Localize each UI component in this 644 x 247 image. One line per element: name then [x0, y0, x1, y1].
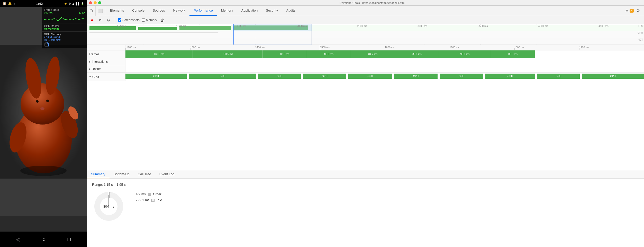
gpu-row: ▼ GPU GPU GPU GPU GPU GPU GPU GPU GPU GP… [87, 73, 644, 81]
other-label: Other [153, 192, 161, 196]
bottom-content: Range: 1.15 s – 1.95 s 804 ms [87, 179, 644, 247]
timeline-overview-svg [87, 24, 644, 45]
tick-1700ms: 1700 ms [450, 46, 459, 49]
frame-block-3: 82.0 ms [263, 50, 307, 58]
record-button[interactable]: ● [89, 17, 95, 23]
tab-security[interactable]: Security [262, 6, 282, 16]
fps-label: FPS [638, 25, 643, 28]
frames-label-text: Frames [89, 52, 99, 56]
warning-badge: 4 [630, 9, 634, 13]
gpu-memory-row: GPU Memory 27.4 MB used 192.0 MB max [42, 32, 87, 49]
svg-point-2 [21, 83, 64, 125]
interactions-row: ▶ Interactions [87, 58, 644, 65]
devtools-menubar: ⬡ ⬜ Elements Console Sources Network Per… [87, 6, 644, 16]
cpu-label: CPU [638, 31, 643, 34]
svg-point-11 [20, 166, 67, 176]
svg-rect-30 [87, 31, 644, 38]
gpu-block-6: GPU [394, 74, 438, 79]
frames-content: 130.0 ms 133.5 ms 82.0 ms 83.9 ms 84.2 m… [125, 50, 644, 58]
overlay-panel: Frame Rate 9.6 fps 6-12 GPU Raster off (… [42, 7, 87, 49]
recent-button[interactable]: □ [68, 236, 71, 242]
gpu-raster-row: GPU Raster off (viewport) [42, 23, 87, 32]
tab-elements[interactable]: Elements [106, 6, 128, 16]
close-button[interactable] [89, 1, 92, 4]
bluetooth-icon: ⚡ [64, 2, 67, 5]
tab-memory[interactable]: Memory [217, 6, 237, 16]
gpu-raster-value: off (viewport) [44, 28, 85, 30]
raster-row: ▶ Raster [87, 65, 644, 73]
svg-point-10 [40, 107, 44, 110]
maximize-button[interactable] [98, 1, 101, 4]
tab-network[interactable]: Network [169, 6, 190, 16]
tab-application[interactable]: Application [237, 6, 262, 16]
tab-summary[interactable]: Summary [87, 170, 110, 178]
signal-icon: ▌▌ [76, 2, 80, 5]
svg-rect-27 [179, 26, 231, 30]
gpu-memory-donut [44, 42, 51, 47]
tab-performance[interactable]: Performance [189, 6, 217, 16]
wifi-icon: ▲ [72, 2, 75, 5]
timeline-overview[interactable]: 500 ms 1000 ms 1500 ms 2000 ms 2500 ms 3… [87, 24, 644, 45]
performance-toolbar: ● ↺ ⊘ Screenshots Memory 🗑 [87, 16, 644, 24]
memory-checkbox-group[interactable]: Memory [142, 18, 157, 22]
idle-value: 799.1 ms [136, 198, 149, 202]
net-label: NET [638, 38, 643, 41]
alarm-icon: ⚙ [68, 2, 71, 5]
frame-block-1: 130.0 ms [125, 50, 193, 58]
android-statusbar: 📋 🔔 ⬦ 1:42 ⚡ ⚙ ▲ ▌▌ 🔋 [0, 0, 87, 7]
legend-idle: 799.1 ms Idle [136, 198, 162, 202]
tick-1600ms: 1600 ms [385, 46, 395, 49]
settings-button[interactable]: ⚙ [635, 8, 641, 13]
tab-sources[interactable]: Sources [149, 6, 169, 16]
frame-block-6: 83.8 ms [395, 50, 439, 58]
minimize-button[interactable] [94, 1, 97, 4]
gpu-block-2: GPU [189, 74, 256, 79]
frame-block-4: 83.9 ms [307, 50, 351, 58]
android-device: 📋 🔔 ⬦ 1:42 ⚡ ⚙ ▲ ▌▌ 🔋 [0, 0, 87, 247]
tab-event-log[interactable]: Event Log [155, 170, 179, 178]
warning-icon: ⚠ [625, 9, 629, 13]
clear-button[interactable]: ⊘ [105, 17, 112, 23]
interactions-content [125, 58, 644, 65]
tick-1400ms: 1400 ms [255, 46, 265, 49]
tab-bottom-up[interactable]: Bottom-Up [110, 170, 134, 178]
other-value: 4.9 ms [136, 192, 146, 196]
legend-items: 4.9 ms Other 799.1 ms Idle [136, 190, 162, 202]
gpu-block-10: GPU [582, 74, 644, 79]
idle-box [151, 199, 155, 202]
android-icon: ⬦ [13, 2, 15, 5]
statusbar-right-icons: ⚡ ⚙ ▲ ▌▌ 🔋 [64, 2, 84, 5]
interactions-arrow[interactable]: ▶ [89, 60, 91, 63]
legend-other: 4.9 ms Other [136, 192, 162, 196]
tick-1200ms: 1200 ms [125, 46, 136, 49]
summary-area: 804 ms 4.9 ms Other 799.1 ms Idle [92, 190, 639, 223]
tick-1800ms: 1800 ms [514, 46, 524, 49]
memory-checkbox[interactable] [142, 18, 145, 22]
gpu-block-1: GPU [125, 74, 187, 79]
interactions-label-text: Interactions [92, 60, 108, 64]
screenshots-checkbox[interactable] [118, 18, 121, 22]
tab-console[interactable]: Console [128, 6, 149, 16]
tab-call-tree[interactable]: Call Tree [134, 170, 155, 178]
raster-arrow[interactable]: ▶ [89, 68, 91, 70]
gpu-block-3: GPU [258, 74, 301, 79]
idle-label: Idle [157, 198, 162, 202]
gpu-arrow[interactable]: ▼ [89, 76, 91, 78]
raster-label: ▶ Raster [87, 65, 125, 72]
notification-icon-2: 🔔 [8, 2, 12, 5]
reload-button[interactable]: ↺ [97, 17, 103, 23]
statusbar-left-icons: 📋 🔔 ⬦ [3, 2, 15, 5]
home-button[interactable]: ○ [42, 236, 45, 242]
frames-row: Frames 130.0 ms 133.5 ms 82.0 ms 83.9 ms… [87, 50, 644, 58]
screenshots-checkbox-group[interactable]: Screenshots [118, 18, 140, 22]
gpu-block-5: GPU [348, 74, 392, 79]
cursor-icon-button[interactable]: ⬡ [87, 6, 96, 16]
svg-rect-31 [89, 32, 218, 33]
back-button[interactable]: ◁ [16, 236, 20, 242]
trash-button[interactable]: 🗑 [159, 17, 165, 23]
gpu-memory-max: 192.0 MB max [44, 39, 85, 41]
responsive-icon-button[interactable]: ⬜ [96, 6, 106, 16]
android-content: Frame Rate 9.6 fps 6-12 GPU Raster off (… [0, 7, 87, 232]
tab-audits[interactable]: Audits [282, 6, 300, 16]
empty-space [87, 81, 644, 170]
